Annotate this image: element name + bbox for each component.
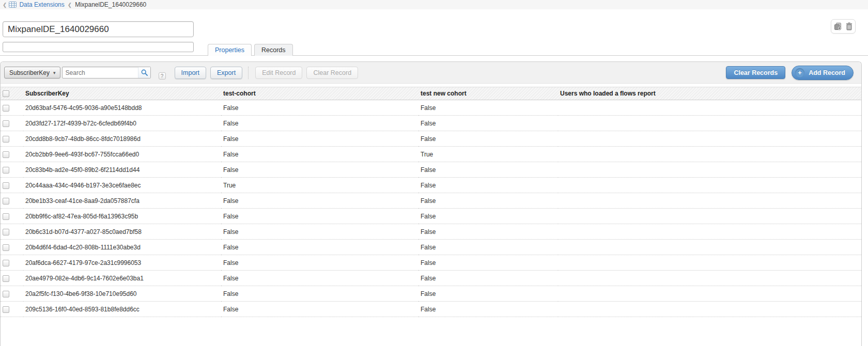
row-checkbox[interactable]	[3, 105, 9, 112]
row-checkbox[interactable]	[3, 291, 9, 297]
table-cell: 20cb2bb9-9ee6-493f-bc67-755fcca66ed0	[23, 147, 221, 162]
table-row: 20cb2bb9-9ee6-493f-bc67-755fcca66ed0Fals…	[1, 147, 861, 162]
table-cell: 20c44aaa-434c-4946-b197-3e3ce6fae8ec	[23, 178, 221, 193]
row-checkbox-cell	[1, 116, 23, 131]
select-all-checkbox[interactable]	[3, 90, 9, 97]
column-header-test-cohort[interactable]: test-cohort	[221, 87, 419, 100]
table-cell: False	[419, 162, 558, 178]
table-cell: False	[221, 147, 419, 162]
table-cell: 20af6dca-6627-4179-97ce-2a31c9996053	[23, 255, 221, 271]
row-checkbox[interactable]	[3, 306, 9, 313]
row-checkbox[interactable]	[3, 136, 9, 143]
table-row: 20cdd8b8-9cb7-48db-86cc-8fdc7018986dFals…	[1, 131, 861, 147]
extension-description-input[interactable]	[3, 42, 194, 52]
search-box	[62, 67, 151, 78]
add-record-label: Add Record	[809, 69, 845, 76]
table-cell	[558, 131, 861, 147]
view-tabs: Properties Records	[208, 44, 293, 56]
table-header-row: SubscriberKey test-cohort test new cohor…	[1, 87, 861, 100]
row-checkbox[interactable]	[3, 275, 9, 282]
toolbar-divider	[248, 67, 249, 79]
clear-record-button[interactable]: Clear Record	[306, 67, 358, 79]
table-cell: False	[419, 193, 558, 209]
row-checkbox[interactable]	[3, 213, 9, 220]
table-cell: False	[221, 193, 419, 209]
help-icon[interactable]: ?	[159, 72, 166, 80]
tab-records-label: Records	[261, 46, 286, 54]
table-cell	[558, 286, 861, 302]
tab-properties[interactable]: Properties	[208, 44, 252, 56]
table-cell: False	[221, 286, 419, 302]
row-checkbox[interactable]	[3, 167, 9, 174]
row-checkbox-cell	[1, 178, 23, 193]
records-panel: SubscriberKey ▾ ? Import Export Edit Rec…	[0, 61, 862, 346]
table-cell	[558, 209, 861, 224]
row-checkbox[interactable]	[3, 260, 9, 266]
table-cell: 20cdd8b8-9cb7-48db-86cc-8fdc7018986d	[23, 131, 221, 147]
table-cell: True	[419, 147, 558, 162]
duplicate-icon[interactable]	[834, 22, 842, 30]
table-cell: False	[221, 100, 419, 116]
row-checkbox[interactable]	[3, 198, 9, 205]
table-cell: 20d63baf-5476-4c95-9036-a90e5148bdd8	[23, 100, 221, 116]
table-cell	[558, 302, 861, 317]
search-input[interactable]	[63, 67, 138, 78]
header-checkbox-cell	[1, 87, 23, 100]
table-row: 20af6dca-6627-4179-97ce-2a31c9996053Fals…	[1, 255, 861, 271]
clear-records-button[interactable]: Clear Records	[726, 66, 785, 79]
breadcrumb: ❮ Data Extensions ❮ MixpanelDE_164002966…	[0, 0, 868, 9]
table-cell: 20b4d6f4-6dad-4c20-808b-1111e30abe3d	[23, 240, 221, 255]
table-cell: False	[221, 240, 419, 255]
plus-icon: +	[795, 68, 804, 77]
table-cell: False	[419, 302, 558, 317]
row-checkbox-cell	[1, 162, 23, 178]
table-cell: 20be1b33-ceaf-41ce-8aa9-2da057887cfa	[23, 193, 221, 209]
breadcrumb-link-data-extensions[interactable]: Data Extensions	[19, 1, 64, 8]
record-actions-box	[831, 19, 856, 34]
column-header-subscriberkey[interactable]: SubscriberKey	[23, 87, 221, 100]
search-icon	[141, 69, 148, 76]
search-button[interactable]	[138, 67, 150, 78]
table-cell: 20b6c31d-b07d-4377-a027-85c0aed7bf58	[23, 224, 221, 240]
table-row: 20ae4979-082e-4db6-9c14-7602e6e03ba1Fals…	[1, 271, 861, 286]
table-cell	[558, 116, 861, 131]
table-cell: False	[419, 240, 558, 255]
add-record-button[interactable]: + Add Record	[792, 66, 854, 80]
row-checkbox-cell	[1, 147, 23, 162]
trash-icon[interactable]	[846, 22, 853, 30]
table-row: 20d3fd27-172f-4939-b72c-6cfedb69f4b0Fals…	[1, 116, 861, 131]
column-header-flows-report[interactable]: Users who loaded a flows report	[558, 87, 861, 100]
table-cell: 20bb9f6c-af82-47ea-805d-f6a13963c95b	[23, 209, 221, 224]
table-row: 20d63baf-5476-4c95-9036-a90e5148bdd8Fals…	[1, 100, 861, 116]
row-checkbox-cell	[1, 286, 23, 302]
table-cell: False	[419, 209, 558, 224]
row-checkbox[interactable]	[3, 244, 9, 251]
table-row: 20bb9f6c-af82-47ea-805d-f6a13963c95bFals…	[1, 209, 861, 224]
table-cell: False	[221, 224, 419, 240]
table-row: 20a2f5fc-f130-4be6-9f38-10e710e95d60Fals…	[1, 286, 861, 302]
import-button[interactable]: Import	[175, 67, 206, 79]
table-cell: False	[419, 100, 558, 116]
tab-records[interactable]: Records	[254, 44, 293, 56]
tab-properties-label: Properties	[215, 46, 244, 54]
breadcrumb-current: MixpanelDE_1640029660	[75, 1, 146, 8]
search-field-dropdown[interactable]: SubscriberKey ▾	[4, 67, 60, 78]
table-cell: False	[221, 162, 419, 178]
edit-record-button[interactable]: Edit Record	[255, 67, 302, 79]
table-cell: False	[419, 116, 558, 131]
column-header-test-new-cohort[interactable]: test new cohort	[419, 87, 558, 100]
table-row: 20b6c31d-b07d-4377-a027-85c0aed7bf58Fals…	[1, 224, 861, 240]
export-button[interactable]: Export	[210, 67, 242, 79]
table-cell: False	[419, 224, 558, 240]
back-chevron-icon[interactable]: ❮	[3, 2, 7, 8]
row-checkbox[interactable]	[3, 151, 9, 158]
row-checkbox-cell	[1, 302, 23, 317]
row-checkbox[interactable]	[3, 182, 9, 189]
table-cell: False	[221, 209, 419, 224]
extension-name-input[interactable]	[3, 21, 194, 37]
table-cell: False	[419, 131, 558, 147]
row-checkbox[interactable]	[3, 120, 9, 127]
table-cell: False	[221, 255, 419, 271]
row-checkbox[interactable]	[3, 229, 9, 235]
table-cell: 209c5136-16f0-40ed-8593-81b8fe8dd6cc	[23, 302, 221, 317]
